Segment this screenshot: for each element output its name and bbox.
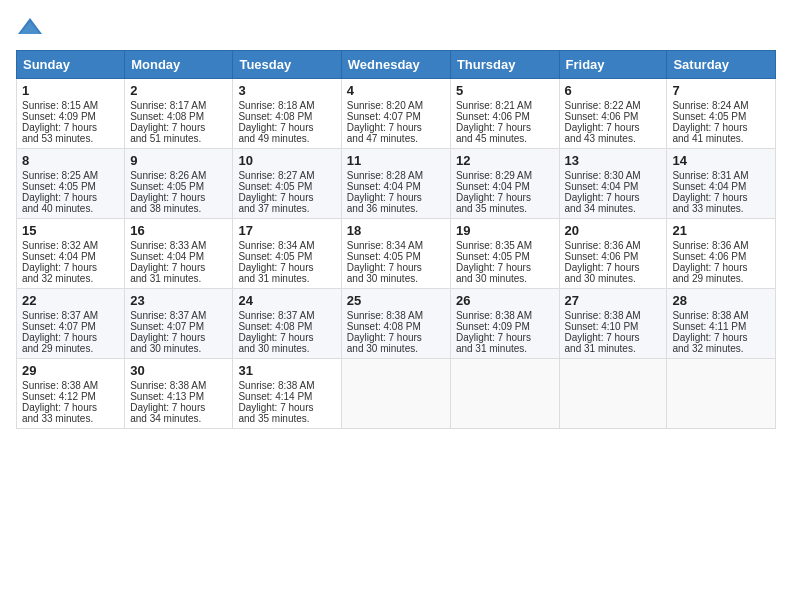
day-number: 7 xyxy=(672,83,770,98)
day-info-line: and 43 minutes. xyxy=(565,133,662,144)
day-info-line: and 35 minutes. xyxy=(456,203,554,214)
calendar-table: SundayMondayTuesdayWednesdayThursdayFrid… xyxy=(16,50,776,429)
day-number: 2 xyxy=(130,83,227,98)
day-number: 3 xyxy=(238,83,335,98)
day-info-line: Sunset: 4:11 PM xyxy=(672,321,770,332)
day-info-line: and 45 minutes. xyxy=(456,133,554,144)
day-info-line: Daylight: 7 hours xyxy=(238,402,335,413)
calendar-day-2: 2Sunrise: 8:17 AMSunset: 4:08 PMDaylight… xyxy=(125,79,233,149)
day-info-line: Daylight: 7 hours xyxy=(565,262,662,273)
calendar-day-18: 18Sunrise: 8:34 AMSunset: 4:05 PMDayligh… xyxy=(341,219,450,289)
day-info-line: Sunset: 4:08 PM xyxy=(347,321,445,332)
day-info-line: Sunrise: 8:21 AM xyxy=(456,100,554,111)
day-info-line: Sunset: 4:06 PM xyxy=(565,111,662,122)
day-info-line: Sunset: 4:06 PM xyxy=(565,251,662,262)
day-info-line: and 30 minutes. xyxy=(130,343,227,354)
day-info-line: Sunrise: 8:15 AM xyxy=(22,100,119,111)
col-header-tuesday: Tuesday xyxy=(233,51,341,79)
day-info-line: Daylight: 7 hours xyxy=(565,122,662,133)
day-info-line: and 37 minutes. xyxy=(238,203,335,214)
calendar-day-4: 4Sunrise: 8:20 AMSunset: 4:07 PMDaylight… xyxy=(341,79,450,149)
day-info-line: Sunrise: 8:36 AM xyxy=(672,240,770,251)
day-info-line: Sunset: 4:06 PM xyxy=(456,111,554,122)
calendar-day-17: 17Sunrise: 8:34 AMSunset: 4:05 PMDayligh… xyxy=(233,219,341,289)
day-number: 18 xyxy=(347,223,445,238)
day-number: 30 xyxy=(130,363,227,378)
day-info-line: and 35 minutes. xyxy=(238,413,335,424)
day-number: 19 xyxy=(456,223,554,238)
day-info-line: Sunrise: 8:35 AM xyxy=(456,240,554,251)
day-number: 15 xyxy=(22,223,119,238)
day-number: 16 xyxy=(130,223,227,238)
day-number: 6 xyxy=(565,83,662,98)
day-info-line: Sunrise: 8:24 AM xyxy=(672,100,770,111)
day-info-line: Sunrise: 8:26 AM xyxy=(130,170,227,181)
day-info-line: Daylight: 7 hours xyxy=(130,262,227,273)
day-info-line: Daylight: 7 hours xyxy=(672,192,770,203)
calendar-day-21: 21Sunrise: 8:36 AMSunset: 4:06 PMDayligh… xyxy=(667,219,776,289)
empty-cell xyxy=(559,359,667,429)
day-number: 26 xyxy=(456,293,554,308)
day-info-line: and 31 minutes. xyxy=(130,273,227,284)
calendar-day-5: 5Sunrise: 8:21 AMSunset: 4:06 PMDaylight… xyxy=(450,79,559,149)
calendar-day-24: 24Sunrise: 8:37 AMSunset: 4:08 PMDayligh… xyxy=(233,289,341,359)
calendar-week-2: 8Sunrise: 8:25 AMSunset: 4:05 PMDaylight… xyxy=(17,149,776,219)
day-info-line: Sunrise: 8:38 AM xyxy=(672,310,770,321)
day-info-line: and 40 minutes. xyxy=(22,203,119,214)
calendar-day-10: 10Sunrise: 8:27 AMSunset: 4:05 PMDayligh… xyxy=(233,149,341,219)
day-info-line: Daylight: 7 hours xyxy=(130,122,227,133)
day-number: 12 xyxy=(456,153,554,168)
calendar-day-8: 8Sunrise: 8:25 AMSunset: 4:05 PMDaylight… xyxy=(17,149,125,219)
day-info-line: Daylight: 7 hours xyxy=(22,402,119,413)
day-info-line: Daylight: 7 hours xyxy=(130,332,227,343)
day-info-line: Sunrise: 8:38 AM xyxy=(22,380,119,391)
day-info-line: Daylight: 7 hours xyxy=(347,122,445,133)
calendar-day-1: 1Sunrise: 8:15 AMSunset: 4:09 PMDaylight… xyxy=(17,79,125,149)
calendar-day-6: 6Sunrise: 8:22 AMSunset: 4:06 PMDaylight… xyxy=(559,79,667,149)
calendar-week-3: 15Sunrise: 8:32 AMSunset: 4:04 PMDayligh… xyxy=(17,219,776,289)
day-info-line: and 41 minutes. xyxy=(672,133,770,144)
day-number: 8 xyxy=(22,153,119,168)
day-info-line: Sunrise: 8:25 AM xyxy=(22,170,119,181)
day-info-line: and 34 minutes. xyxy=(130,413,227,424)
day-info-line: and 30 minutes. xyxy=(565,273,662,284)
col-header-wednesday: Wednesday xyxy=(341,51,450,79)
day-info-line: Sunrise: 8:20 AM xyxy=(347,100,445,111)
day-info-line: Sunset: 4:07 PM xyxy=(130,321,227,332)
day-number: 4 xyxy=(347,83,445,98)
day-info-line: and 33 minutes. xyxy=(672,203,770,214)
day-info-line: Sunrise: 8:38 AM xyxy=(456,310,554,321)
day-info-line: and 38 minutes. xyxy=(130,203,227,214)
day-number: 1 xyxy=(22,83,119,98)
day-info-line: Sunrise: 8:37 AM xyxy=(130,310,227,321)
day-info-line: Daylight: 7 hours xyxy=(22,192,119,203)
day-info-line: Sunset: 4:05 PM xyxy=(238,251,335,262)
day-info-line: Daylight: 7 hours xyxy=(130,192,227,203)
calendar-body: 1Sunrise: 8:15 AMSunset: 4:09 PMDaylight… xyxy=(17,79,776,429)
day-info-line: Daylight: 7 hours xyxy=(238,192,335,203)
calendar-day-19: 19Sunrise: 8:35 AMSunset: 4:05 PMDayligh… xyxy=(450,219,559,289)
day-number: 13 xyxy=(565,153,662,168)
day-number: 27 xyxy=(565,293,662,308)
day-info-line: Sunset: 4:05 PM xyxy=(456,251,554,262)
day-number: 25 xyxy=(347,293,445,308)
day-info-line: Daylight: 7 hours xyxy=(238,122,335,133)
calendar-day-26: 26Sunrise: 8:38 AMSunset: 4:09 PMDayligh… xyxy=(450,289,559,359)
day-number: 29 xyxy=(22,363,119,378)
calendar-week-4: 22Sunrise: 8:37 AMSunset: 4:07 PMDayligh… xyxy=(17,289,776,359)
day-info-line: Sunrise: 8:38 AM xyxy=(130,380,227,391)
day-info-line: and 32 minutes. xyxy=(672,343,770,354)
day-info-line: Sunset: 4:07 PM xyxy=(347,111,445,122)
day-info-line: Daylight: 7 hours xyxy=(565,192,662,203)
day-info-line: Sunset: 4:04 PM xyxy=(565,181,662,192)
day-number: 21 xyxy=(672,223,770,238)
empty-cell xyxy=(667,359,776,429)
day-number: 31 xyxy=(238,363,335,378)
day-info-line: and 34 minutes. xyxy=(565,203,662,214)
day-info-line: and 36 minutes. xyxy=(347,203,445,214)
calendar-day-16: 16Sunrise: 8:33 AMSunset: 4:04 PMDayligh… xyxy=(125,219,233,289)
day-info-line: Sunset: 4:05 PM xyxy=(22,181,119,192)
day-info-line: and 29 minutes. xyxy=(22,343,119,354)
day-info-line: and 31 minutes. xyxy=(456,343,554,354)
day-info-line: and 32 minutes. xyxy=(22,273,119,284)
